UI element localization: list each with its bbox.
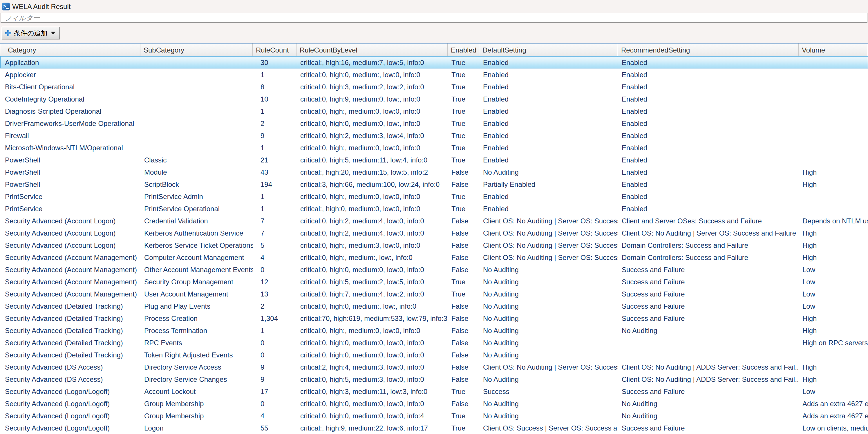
cell-subcategory: Process Creation xyxy=(141,312,253,324)
cell-rulecount: 0 xyxy=(253,337,297,349)
cell-defaultsetting: Enabled xyxy=(479,105,618,117)
table-row[interactable]: Security Advanced (Account Logon)Kerbero… xyxy=(0,239,868,251)
cell-volume: High xyxy=(799,239,868,251)
cell-rulecount: 2 xyxy=(253,300,297,312)
table-row[interactable]: PowerShellModule43critical:, high:20, me… xyxy=(0,166,868,178)
column-header-rulecount[interactable]: RuleCount xyxy=(253,43,297,56)
table-row[interactable]: Application30critical:, high:16, medium:… xyxy=(0,56,868,68)
table-row[interactable]: Security Advanced (Logon/Logoff)Account … xyxy=(0,385,868,398)
cell-volume xyxy=(799,142,868,154)
cell-subcategory: Classic xyxy=(141,154,253,166)
cell-rulecount: 7 xyxy=(253,215,297,227)
cell-enabled: True xyxy=(447,422,479,434)
table-row[interactable]: DriverFrameworks-UserMode Operational2cr… xyxy=(0,117,868,129)
table-row[interactable]: Security Advanced (Account Logon)Credent… xyxy=(0,215,868,227)
cell-category: Security Advanced (Account Management) xyxy=(0,251,141,264)
table-row[interactable]: Security Advanced (Detailed Tracking)RPC… xyxy=(0,337,868,349)
cell-recommendedsetting: No Auditing xyxy=(618,324,799,337)
add-criteria-label: 条件の追加 xyxy=(14,29,48,38)
cell-rulecount: 0 xyxy=(253,349,297,361)
table-row[interactable]: PrintServicePrintService Admin1critical:… xyxy=(0,190,868,203)
column-header-category[interactable]: Category xyxy=(0,43,141,56)
table-row[interactable]: Security Advanced (Account Management)Ot… xyxy=(0,264,868,276)
cell-enabled: False xyxy=(447,349,479,361)
table-row[interactable]: Security Advanced (Logon/Logoff)Logon55c… xyxy=(0,422,868,434)
cell-defaultsetting: No Auditing xyxy=(479,349,618,361)
cell-rulecount: 0 xyxy=(253,264,297,276)
column-header-subcategory[interactable]: SubCategory xyxy=(141,43,253,56)
title-bar: > WELA Audit Result xyxy=(0,0,868,13)
table-row[interactable]: Security Advanced (Account Management)Co… xyxy=(0,251,868,264)
cell-rulecount: 4 xyxy=(253,251,297,264)
cell-rulecountbylevel: critical:0, high:0, medium:0, low:0, inf… xyxy=(297,349,447,361)
table-row[interactable]: Security Advanced (Logon/Logoff)Group Me… xyxy=(0,410,868,422)
cell-defaultsetting: Client OS: No Auditing | Server OS: Succ… xyxy=(479,251,618,264)
table-row[interactable]: Security Advanced (DS Access)Directory S… xyxy=(0,373,868,385)
table-row[interactable]: Security Advanced (Account Management)Se… xyxy=(0,276,868,288)
table-row[interactable]: Security Advanced (Logon/Logoff)Group Me… xyxy=(0,398,868,410)
cell-volume: Low xyxy=(799,276,868,288)
table-row[interactable]: Security Advanced (Detailed Tracking)Pro… xyxy=(0,312,868,324)
column-header-volume[interactable]: Volume xyxy=(799,43,868,56)
column-header-rulecountbylevel[interactable]: RuleCountByLevel xyxy=(297,43,447,56)
cell-category: PowerShell xyxy=(0,166,141,178)
table-row[interactable]: PowerShellScriptBlock194critical:3, high… xyxy=(0,178,868,190)
cell-rulecountbylevel: critical:70, high:619, medium:533, low:7… xyxy=(297,312,447,324)
cell-volume: Low xyxy=(799,288,868,300)
table-row[interactable]: Security Advanced (DS Access)Directory S… xyxy=(0,361,868,373)
cell-recommendedsetting: Success and Failure xyxy=(618,312,799,324)
cell-recommendedsetting: Client OS: No Auditing | ADDS Server: Su… xyxy=(618,361,799,373)
cell-enabled: True xyxy=(447,93,479,105)
cell-enabled: True xyxy=(447,154,479,166)
column-header-defaultsetting[interactable]: DefaultSetting xyxy=(479,43,618,56)
cell-rulecountbylevel: critical:0, high:0, medium:0, low:0, inf… xyxy=(297,398,447,410)
cell-category: Microsoft-Windows-NTLM/Operational xyxy=(0,142,141,154)
cell-rulecount: 1 xyxy=(253,203,297,215)
cell-rulecount: 17 xyxy=(253,385,297,398)
column-header-recommendedsetting[interactable]: RecommendedSetting xyxy=(618,43,799,56)
grid-header-row: CategorySubCategoryRuleCountRuleCountByL… xyxy=(0,43,868,56)
table-row[interactable]: Security Advanced (Account Logon)Kerbero… xyxy=(0,227,868,239)
cell-subcategory xyxy=(141,56,253,68)
column-header-enabled[interactable]: Enabled xyxy=(447,43,479,56)
cell-rulecount: 1 xyxy=(253,190,297,203)
table-row[interactable]: PowerShellClassic21critical:0, high:5, m… xyxy=(0,154,868,166)
cell-rulecountbylevel: critical:0, high:3, medium:11, low:3, in… xyxy=(297,385,447,398)
cell-subcategory: PrintService Admin xyxy=(141,190,253,203)
cell-category: Security Advanced (Logon/Logoff) xyxy=(0,398,141,410)
table-row[interactable]: Security Advanced (Detailed Tracking)Pro… xyxy=(0,324,868,337)
table-row[interactable]: Microsoft-Windows-NTLM/Operational1criti… xyxy=(0,142,868,154)
table-row[interactable]: CodeIntegrity Operational10critical:0, h… xyxy=(0,93,868,105)
cell-volume: High xyxy=(799,324,868,337)
cell-enabled: True xyxy=(447,288,479,300)
table-row[interactable]: Bits-Client Operational8critical:0, high… xyxy=(0,81,868,93)
cell-enabled: False xyxy=(447,227,479,239)
cell-subcategory: Token Right Adjusted Events xyxy=(141,349,253,361)
table-row[interactable]: PrintServicePrintService Operational1cri… xyxy=(0,203,868,215)
cell-rulecount: 7 xyxy=(253,227,297,239)
cell-rulecount: 10 xyxy=(253,93,297,105)
cell-category: Security Advanced (Detailed Tracking) xyxy=(0,324,141,337)
cell-subcategory: ScriptBlock xyxy=(141,178,253,190)
cell-enabled: False xyxy=(447,264,479,276)
cell-rulecountbylevel: critical:0, high:, medium:0, low:0, info… xyxy=(297,142,447,154)
cell-recommendedsetting: Domain Controllers: Success and Failure xyxy=(618,239,799,251)
table-row[interactable]: Diagnosis-Scripted Operational1critical:… xyxy=(0,105,868,117)
cell-rulecountbylevel: critical:0, high:5, medium:3, low:0, inf… xyxy=(297,373,447,385)
cell-defaultsetting: No Auditing xyxy=(479,166,618,178)
table-row[interactable]: Security Advanced (Detailed Tracking)Plu… xyxy=(0,300,868,312)
cell-volume: High xyxy=(799,361,868,373)
filter-input[interactable] xyxy=(1,13,867,23)
cell-defaultsetting: No Auditing xyxy=(479,337,618,349)
cell-category: Security Advanced (Logon/Logoff) xyxy=(0,410,141,422)
table-row[interactable]: Firewall9critical:0, high:2, medium:3, l… xyxy=(0,129,868,142)
cell-rulecount: 194 xyxy=(253,178,297,190)
table-row[interactable]: Applocker1critical:0, high:0, medium:, l… xyxy=(0,68,868,81)
cell-volume: Depends on NTLM us xyxy=(799,215,868,227)
table-row[interactable]: Security Advanced (Detailed Tracking)Tok… xyxy=(0,349,868,361)
cell-subcategory: Group Membership xyxy=(141,410,253,422)
table-row[interactable]: Security Advanced (Account Management)Us… xyxy=(0,288,868,300)
add-criteria-button[interactable]: 条件の追加 xyxy=(2,27,60,39)
cell-category: PrintService xyxy=(0,203,141,215)
cell-category: Security Advanced (Detailed Tracking) xyxy=(0,300,141,312)
